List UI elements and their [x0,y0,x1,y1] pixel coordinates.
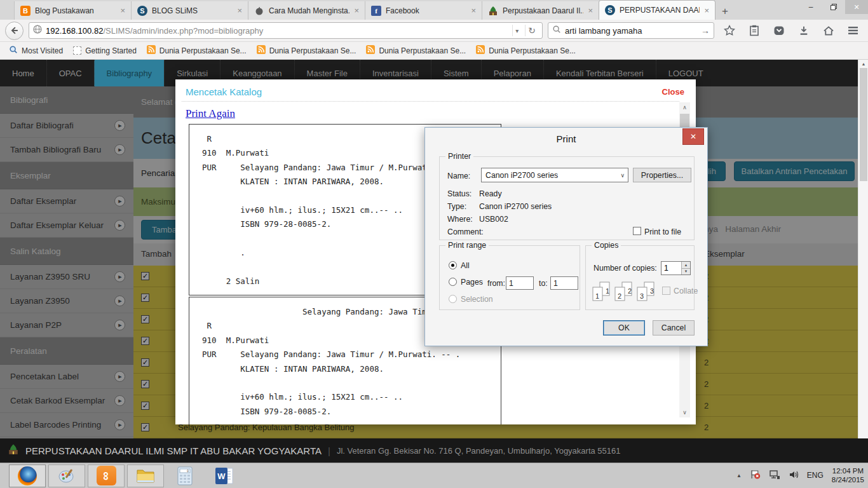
search-input[interactable] [565,26,697,36]
selected-printer: Canon iP2700 series [485,171,558,180]
reload-icon[interactable]: ↻ [525,25,538,36]
tab-close-icon[interactable]: × [704,6,709,15]
tab-facebook[interactable]: f Facebook × [365,1,482,20]
svg-text:2: 2 [628,287,632,295]
site-identity-globe-icon[interactable] [33,25,42,36]
stepper-down-icon[interactable]: ▼ [682,269,690,275]
comment-label: Comment: [447,227,484,236]
scroll-up-icon[interactable]: ▲ [858,62,868,66]
copies-group: Copies Number of copies: ▲▼ 11 22 33 Col… [585,245,695,310]
svg-text:3: 3 [650,287,654,295]
bookmark-getting-started[interactable]: Getting Started [71,46,139,55]
tab-close-icon[interactable]: × [237,6,242,15]
window-close-button[interactable]: ✕ [845,0,868,14]
url-dropdown-icon[interactable]: ▾ [512,25,521,36]
bookmark-dunia-3[interactable]: Dunia Perpustakaan Se... [363,45,468,56]
printer-name-select[interactable]: Canon iP2700 series ∨ [481,168,628,182]
nav-opac[interactable]: OPAC [46,60,94,86]
scroll-down-icon[interactable]: ∨ [679,407,690,417]
taskbar-clock[interactable]: 12:04 PM 8/24/2015 [832,466,864,485]
file-explorer-icon [136,468,155,484]
properties-button[interactable]: Properties... [633,168,691,182]
print-dialog: Print ✕ Printer Name: Canon iP2700 serie… [424,127,708,346]
xampp-icon: ∞ [97,466,116,485]
to-field[interactable] [550,276,578,290]
window-minimize-button[interactable]: – [799,0,822,14]
bookmark-dunia-4[interactable]: Dunia Perpustakaan Se... [473,45,578,56]
nav-home[interactable]: Home [0,60,46,86]
to-label: to: [539,279,548,288]
page-scrollbar[interactable]: ▲ ▼ [858,60,868,463]
range-all-label[interactable]: All [461,261,470,270]
cancel-button[interactable]: Cancel [653,320,695,336]
stepper-buttons[interactable]: ▲▼ [681,262,690,274]
print-again-link[interactable]: Print Again [186,107,235,120]
library-address: Jl. Veteran Gg. Bekisar No. 716 Q, Pande… [337,446,621,456]
feed-icon [476,45,485,56]
search-icon [552,25,561,36]
tab-cara-mudah[interactable]: Cara Mudah Menginsta... × [248,1,365,20]
ok-button[interactable]: OK [603,320,645,336]
nav-bibliography[interactable]: Bibliography [94,60,165,86]
window-restore-button[interactable] [822,0,845,14]
bookmark-star-icon[interactable] [719,22,739,39]
collate-pages-icon: 11 22 33 [592,281,657,308]
downloads-icon[interactable] [794,22,813,39]
print-to-file-label: Print to file [644,227,681,236]
bookmark-most-visited[interactable]: Most Visited [6,45,65,56]
range-pages-radio[interactable] [449,278,457,286]
footer-separator: | [328,445,330,456]
range-pages-label[interactable]: Pages [461,278,483,287]
language-indicator[interactable]: ENG [807,471,824,480]
tab-perpustakaan-daarul[interactable]: Perpustakaan Daarul Il... × [482,1,599,20]
taskbar-xampp[interactable]: ∞ [88,464,125,487]
network-icon[interactable] [769,470,780,482]
search-go-icon[interactable]: → [701,25,710,36]
action-center-flag-icon[interactable] [750,469,761,482]
copies-stepper[interactable]: ▲▼ [661,261,691,275]
menu-hamburger-icon[interactable] [843,22,863,39]
tab-perpustakaan-active[interactable]: S PERPUSTAKAAN DAAR... × [599,0,715,20]
svg-text:W: W [217,471,226,481]
button-label: Properties... [641,171,683,180]
taskbar-paint[interactable] [48,464,85,487]
group-label: Copies [592,241,621,250]
tab-close-icon[interactable]: × [588,6,593,15]
copies-input[interactable] [661,262,681,274]
range-all-radio[interactable] [449,261,457,269]
scroll-up-icon[interactable]: ∧ [679,102,690,112]
tab-close-icon[interactable]: × [120,6,125,15]
tab-close-icon[interactable]: × [471,6,476,15]
taskbar-word[interactable]: W [206,464,243,487]
bookmarks-panel-icon[interactable] [744,22,764,39]
scrollbar-thumb[interactable] [860,68,867,181]
from-field[interactable] [506,276,534,290]
tab-close-icon[interactable]: × [354,6,359,15]
bookmark-dunia-1[interactable]: Dunia Perpustakaan Se... [144,45,249,56]
home-icon[interactable] [818,22,838,39]
tray-expand-icon[interactable]: ▲ [736,473,742,478]
taskbar-firefox[interactable] [9,464,46,487]
bookmark-dunia-2[interactable]: Dunia Perpustakaan Se... [254,45,359,56]
pocket-icon[interactable] [769,22,789,39]
modal-close-link[interactable]: Close [662,87,684,97]
stepper-up-icon[interactable]: ▲ [682,262,690,269]
print-to-file-checkbox[interactable] [633,227,641,235]
dialog-close-button[interactable]: ✕ [682,128,704,145]
firefox-icon [18,466,37,485]
back-button[interactable] [5,22,24,40]
tab-title: BLOG SLiMS [152,6,233,15]
search-box[interactable]: → [548,22,714,39]
url-bar[interactable]: 192.168.100.82/SLIMS/admin/index.php?mod… [29,22,543,39]
back-arrow-icon [10,25,20,36]
where-label: Where: [447,215,473,224]
tab-blog-slims[interactable]: S BLOG SLiMS × [131,1,248,20]
new-tab-button[interactable]: + [715,3,735,20]
paint-icon [58,467,76,485]
mosque-icon [488,6,498,16]
taskbar-explorer[interactable] [127,464,164,487]
taskbar-calculator[interactable]: 0 [166,464,203,487]
tab-blog-pustakawan[interactable]: B Blog Pustakawan × [14,1,131,20]
volume-icon[interactable] [789,470,799,482]
feed-icon [257,45,266,56]
